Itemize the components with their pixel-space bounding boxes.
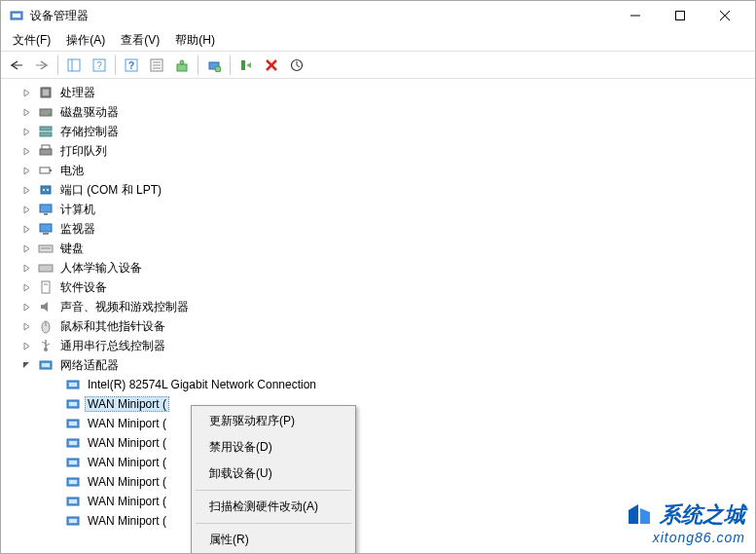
category-label: 处理器: [57, 84, 98, 102]
category-keyboard[interactable]: 键盘: [1, 239, 755, 258]
list-button[interactable]: [145, 54, 168, 77]
expander-icon[interactable]: [20, 165, 32, 176]
ctx-disable[interactable]: 禁用设备(D): [194, 434, 353, 461]
storage-icon: [38, 124, 54, 139]
svg-rect-61: [69, 422, 77, 425]
device-label: WAN Miniport (: [85, 396, 169, 412]
svg-rect-27: [43, 90, 49, 95]
back-button[interactable]: [5, 54, 28, 77]
expander-icon[interactable]: [20, 359, 32, 371]
category-label: 人体学输入设备: [57, 259, 145, 277]
category-network[interactable]: 网络适配器: [1, 355, 755, 375]
expander-icon[interactable]: [20, 106, 32, 118]
category-printer[interactable]: 打印队列: [1, 141, 755, 161]
device-label: WAN Miniport (: [85, 474, 169, 490]
ctx-uninstall[interactable]: 卸载设备(U): [194, 461, 353, 487]
expander-icon[interactable]: [20, 301, 32, 313]
category-usb[interactable]: 通用串行总线控制器: [1, 336, 755, 355]
device-tree[interactable]: 处理器磁盘驱动器存储控制器打印队列电池端口 (COM 和 LPT)计算机监视器键…: [1, 79, 755, 553]
svg-rect-18: [177, 64, 187, 71]
svg-rect-63: [69, 441, 77, 445]
menu-file[interactable]: 文件(F): [5, 30, 58, 51]
expander-icon[interactable]: [20, 320, 32, 332]
refresh-button[interactable]: [285, 54, 308, 77]
category-disk[interactable]: 磁盘驱动器: [1, 102, 755, 122]
device-item[interactable]: WAN Miniport (: [1, 414, 755, 433]
svg-rect-3: [676, 12, 685, 20]
expander-icon[interactable]: [20, 223, 32, 235]
device-label: WAN Miniport (: [85, 416, 169, 431]
window-title: 设备管理器: [30, 8, 613, 24]
device-item[interactable]: WAN Miniport (: [1, 453, 755, 472]
category-label: 打印队列: [57, 142, 110, 161]
svg-rect-22: [241, 60, 245, 70]
adapter-icon: [65, 396, 81, 412]
device-item[interactable]: WAN Miniport (: [1, 472, 755, 492]
category-port[interactable]: 端口 (COM 和 LPT): [1, 180, 755, 200]
category-monitor[interactable]: 监视器: [1, 219, 755, 239]
ctx-properties[interactable]: 属性(R): [194, 527, 353, 553]
uninstall-button[interactable]: [260, 54, 283, 77]
category-mouse[interactable]: 鼠标和其他指针设备: [1, 316, 755, 336]
category-battery[interactable]: 电池: [1, 161, 755, 180]
expander-icon[interactable]: [20, 340, 32, 351]
menubar: 文件(F) 操作(A) 查看(V) 帮助(H): [1, 30, 755, 52]
device-item[interactable]: WAN Miniport (: [1, 511, 755, 531]
svg-rect-35: [50, 169, 52, 171]
menu-action[interactable]: 操作(A): [58, 30, 113, 51]
enable-button[interactable]: [234, 54, 258, 77]
device-item[interactable]: WAN Miniport (: [1, 433, 755, 453]
menu-view[interactable]: 查看(V): [113, 30, 167, 51]
close-button[interactable]: [702, 1, 747, 30]
svg-rect-34: [40, 167, 50, 173]
forward-button[interactable]: [30, 54, 54, 77]
properties-button[interactable]: ?: [120, 54, 143, 77]
expander-icon[interactable]: [20, 87, 32, 98]
svg-rect-8: [68, 59, 80, 71]
titlebar: 设备管理器: [1, 1, 755, 30]
expander-icon[interactable]: [20, 126, 32, 137]
expander-icon[interactable]: [20, 203, 32, 215]
adapter-icon: [65, 494, 81, 509]
category-label: 端口 (COM 和 LPT): [57, 181, 164, 200]
category-audio[interactable]: 声音、视频和游戏控制器: [1, 297, 755, 316]
category-computer[interactable]: 计算机: [1, 200, 755, 219]
expander-icon[interactable]: [20, 242, 32, 254]
svg-point-37: [43, 189, 45, 191]
svg-rect-36: [41, 186, 51, 194]
expander-icon[interactable]: [20, 145, 32, 157]
device-label: Intel(R) 82574L Gigabit Network Connecti…: [85, 377, 319, 392]
device-item[interactable]: Intel(R) 82574L Gigabit Network Connecti…: [1, 375, 755, 394]
category-cpu[interactable]: 处理器: [1, 83, 755, 102]
category-label: 通用串行总线控制器: [57, 337, 168, 355]
minimize-button[interactable]: [613, 1, 658, 30]
scan-hardware-button[interactable]: [202, 54, 226, 77]
category-label: 键盘: [57, 240, 87, 258]
svg-rect-33: [42, 145, 50, 149]
software-icon: [38, 279, 54, 295]
ctx-update-driver[interactable]: 更新驱动程序(P): [194, 408, 353, 434]
category-hid[interactable]: 人体学输入设备: [1, 258, 755, 277]
expander-icon[interactable]: [20, 281, 32, 293]
expander-icon[interactable]: [20, 184, 32, 196]
expander-icon[interactable]: [20, 262, 32, 274]
svg-rect-32: [40, 149, 52, 155]
help-button[interactable]: ?: [88, 54, 111, 77]
ctx-scan[interactable]: 扫描检测硬件改动(A): [194, 494, 353, 520]
maximize-button[interactable]: [658, 1, 702, 30]
show-hide-tree-button[interactable]: [62, 54, 86, 77]
category-software[interactable]: 软件设备: [1, 277, 755, 297]
svg-rect-42: [43, 233, 49, 235]
mouse-icon: [38, 318, 54, 334]
category-storage[interactable]: 存储控制器: [1, 122, 755, 141]
menu-help[interactable]: 帮助(H): [167, 30, 223, 51]
category-label: 磁盘驱动器: [57, 103, 122, 122]
svg-rect-46: [42, 281, 50, 293]
update-driver-button[interactable]: [170, 54, 194, 77]
svg-rect-45: [39, 265, 53, 272]
svg-point-29: [49, 113, 51, 115]
hid-icon: [38, 260, 54, 276]
battery-icon: [38, 163, 54, 178]
device-item[interactable]: WAN Miniport (: [1, 394, 755, 414]
device-item[interactable]: WAN Miniport (: [1, 492, 755, 511]
